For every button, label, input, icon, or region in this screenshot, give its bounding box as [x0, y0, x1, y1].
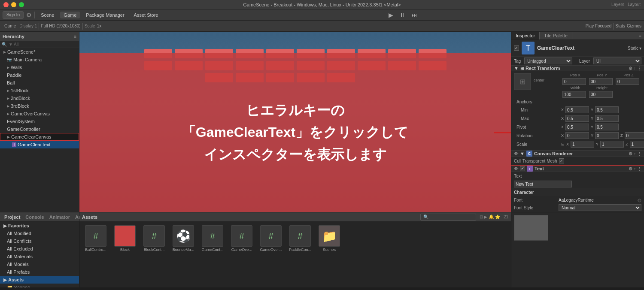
hierarchy-item-2ndblock[interactable]: ▶ 2ndBlock — [0, 94, 79, 102]
play-button[interactable]: ▶ — [387, 12, 395, 18]
scale-x-input[interactable] — [571, 141, 594, 148]
pivot-y-input[interactable] — [595, 124, 619, 130]
pos-z-input[interactable] — [616, 78, 639, 85]
pivot-x-input[interactable] — [565, 124, 589, 130]
close-button[interactable] — [3, 2, 9, 7]
scale-label-rt: Scale — [516, 142, 559, 147]
sign-in-button[interactable]: Sign In — [3, 11, 24, 19]
height-input[interactable] — [589, 91, 613, 98]
hierarchy-item-eventsystem[interactable]: EventSystem — [0, 118, 79, 125]
stats-button[interactable]: Stats — [615, 24, 625, 28]
hierarchy-item-walls[interactable]: ▶ Walls — [0, 63, 79, 71]
project-tab[interactable]: Project — [3, 214, 22, 220]
pos-y-input[interactable] — [589, 78, 613, 85]
maximize-button[interactable] — [19, 2, 24, 7]
hierarchy-item-3rdblock[interactable]: ▶ 3rdBlock — [0, 102, 79, 110]
canvas-renderer-header[interactable]: 👁 ▼ C Canvas Renderer ⚙ ↑ ⋮ — [511, 150, 644, 157]
hierarchy-search-placeholder[interactable]: ▼ All — [9, 42, 18, 47]
hierarchy-item-maincamera[interactable]: 📷 Main Camera — [0, 56, 79, 63]
text-active-toggle[interactable] — [520, 166, 525, 171]
scale-z-input[interactable] — [630, 141, 644, 148]
resolution-dropdown[interactable]: Full HD (1920x1080) — [41, 24, 80, 28]
scale-y-input[interactable] — [600, 141, 624, 148]
gizmos-button[interactable]: Gizmos — [627, 24, 641, 28]
play-focused-dropdown[interactable]: Play Focused — [586, 24, 612, 28]
cull-checkbox[interactable] — [559, 158, 564, 163]
list-item[interactable]: # GameCont... — [200, 225, 225, 252]
hierarchy-menu-icon[interactable]: ≡ — [74, 34, 76, 39]
assets-view-options[interactable]: ⊟ ▶ 🔔 ⭐ — [480, 214, 500, 219]
hierarchy-item-1stblock[interactable]: ▶ 1stBlock — [0, 87, 79, 94]
display-dropdown[interactable]: Display 1 — [19, 24, 37, 28]
console-tab[interactable]: Console — [24, 214, 46, 220]
hierarchy-item-gamecleartext[interactable]: T GameClearText — [0, 141, 79, 148]
list-item[interactable]: ⚽ BounceMa... — [170, 225, 196, 252]
scene-tab[interactable]: Scene — [37, 12, 58, 18]
min-x-input[interactable] — [565, 106, 589, 113]
rot-z-input[interactable] — [625, 132, 644, 139]
inspector-panel: Inspector Tile Palette ≡ T GameClearText… — [511, 32, 644, 212]
package-manager-tab[interactable]: Package Manager — [82, 12, 128, 18]
static-dropdown[interactable]: Static ▾ — [628, 46, 641, 51]
all-modified-item[interactable]: All Modified — [0, 230, 79, 237]
character-label: Character — [514, 190, 534, 195]
list-item[interactable]: # GameOver... — [258, 225, 284, 252]
canvas-renderer-settings[interactable]: ⚙ ↑ ⋮ — [629, 151, 641, 156]
text-component-header[interactable]: 👁 T Text ⚙ ↑ ⋮ — [511, 165, 644, 172]
max-x-input[interactable] — [565, 115, 589, 122]
inspector-tab-tile-palette[interactable]: Tile Palette — [540, 32, 572, 39]
text-component-settings[interactable]: ⚙ ↑ ⋮ — [629, 166, 641, 171]
hierarchy-item-ball[interactable]: Ball — [0, 79, 79, 87]
window-controls[interactable] — [3, 2, 24, 7]
assets-item[interactable]: ▶ Assets — [0, 276, 79, 284]
list-item[interactable]: # PaddleCon... — [287, 225, 313, 252]
hierarchy-item-paddle[interactable]: Paddle — [0, 71, 79, 79]
settings-icon[interactable]: ⚙ — [26, 12, 32, 18]
hierarchy-item-gamescene[interactable]: ▶ GameScene* — [0, 48, 79, 56]
all-excluded-item[interactable]: All Excluded — [0, 245, 79, 253]
list-item[interactable]: Block — [112, 225, 138, 252]
list-item[interactable]: # GameOve... — [229, 225, 255, 252]
rt-settings[interactable]: ⚙ ↑ ⋮ — [629, 66, 641, 71]
step-button[interactable]: ⏭ — [410, 12, 419, 18]
tag-select[interactable]: Untagged — [524, 57, 572, 64]
list-item[interactable]: 📁 Scenes — [316, 225, 342, 252]
list-item[interactable]: # BallContro... — [83, 225, 109, 252]
all-conflicts-item[interactable]: All Conflicts — [0, 237, 79, 245]
minimize-button[interactable] — [11, 2, 16, 7]
font-target-icon[interactable]: ◎ — [638, 198, 641, 202]
game-tab[interactable]: Game — [60, 12, 80, 18]
font-style-select[interactable]: Normal — [559, 204, 641, 211]
scenes-folder-icon: 📁 — [7, 285, 13, 288]
assets-label: Assets — [8, 277, 24, 282]
width-input[interactable] — [562, 91, 586, 98]
all-materials-item[interactable]: All Materials — [0, 253, 79, 260]
hierarchy-item-gamecontroller[interactable]: GameController — [0, 125, 79, 133]
hierarchy-item-gameclearcanvas[interactable]: ▶ GameClearCanvas — [0, 133, 79, 141]
pos-x-input[interactable] — [562, 78, 586, 85]
inspector-tab-inspector[interactable]: Inspector — [511, 32, 540, 39]
scenes-item[interactable]: 📁 Scenes — [0, 284, 79, 287]
layer-select[interactable]: UI — [593, 57, 641, 64]
inspector-menu[interactable]: ≡ — [636, 32, 644, 39]
hierarchy-item-gameovercanvas[interactable]: ▶ GameOverCanvas — [0, 110, 79, 118]
all-models-item[interactable]: All Models — [0, 260, 79, 268]
favorites-item[interactable]: ▶ Favorites — [0, 222, 79, 230]
max-y-input[interactable] — [595, 115, 619, 122]
pause-button[interactable]: ⏸ — [398, 12, 407, 18]
arrow-icon: ▶ — [7, 104, 9, 108]
rot-x-input[interactable] — [565, 132, 589, 139]
active-toggle[interactable] — [514, 45, 519, 51]
anchor-preset-icon[interactable]: ⊞ — [514, 73, 531, 90]
rect-transform-header[interactable]: ▼ ⊞ Rect Transform ⚙ ↑ ⋮ — [511, 65, 644, 71]
rot-y-input[interactable] — [595, 132, 619, 139]
min-y-input[interactable] — [595, 106, 619, 113]
search-bar[interactable]: 🔍 — [420, 214, 476, 221]
animator-tab[interactable]: Animator — [48, 214, 72, 220]
asset-store-tab[interactable]: Asset Store — [131, 12, 162, 18]
list-item[interactable]: # BlockCont... — [141, 225, 167, 252]
all-prefabs-item[interactable]: All Prefabs — [0, 268, 79, 276]
object-name[interactable]: GameClearText — [537, 45, 574, 51]
text-value-input[interactable] — [514, 181, 572, 187]
search-input[interactable] — [430, 214, 473, 219]
